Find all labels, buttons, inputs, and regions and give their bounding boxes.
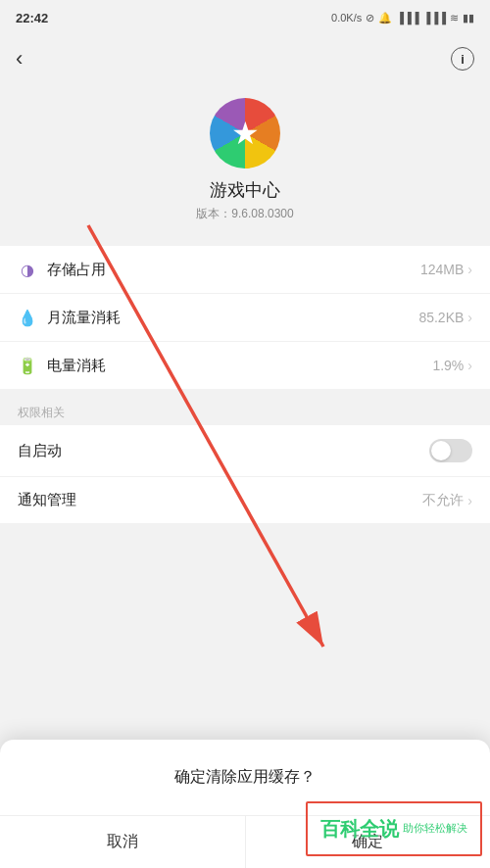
info-button[interactable]: i (451, 47, 474, 71)
storage-icon: ◑ (18, 260, 37, 279)
signal2-icon: ▐▐▐ (423, 12, 446, 24)
permissions-section-label: 权限相关 (0, 397, 490, 425)
traffic-label: 月流量消耗 (47, 309, 121, 327)
status-icons: 0.0K/s ⊘ 🔔 ▐▐▐ ▐▐▐ ≋ ▮▮ (331, 12, 474, 24)
notification-value: 不允许 (422, 492, 464, 509)
settings-section-usage: ◑ 存储占用 124MB › 💧 月流量消耗 85.2KB › 🔋 电量消耗 1… (0, 246, 490, 389)
network-speed: 0.0K/s (331, 12, 362, 24)
traffic-icon: 💧 (18, 308, 37, 327)
battery-label: 电量消耗 (47, 357, 106, 375)
app-icon: ★ (210, 98, 280, 169)
watermark-main: 百科全说 (320, 816, 399, 843)
watermark: 百科全说 助你轻松解决 (274, 780, 490, 868)
app-name: 游戏中心 (210, 178, 280, 202)
autostart-toggle[interactable] (429, 439, 472, 462)
traffic-item[interactable]: 💧 月流量消耗 85.2KB › (0, 294, 490, 342)
battery-icon: 🔋 (18, 356, 37, 375)
top-nav: ‹ i (0, 35, 490, 82)
signal-icon: ▐▐▐ (396, 12, 418, 24)
watermark-box: 百科全说 助你轻松解决 (306, 801, 482, 856)
autostart-label: 自启动 (18, 442, 62, 460)
chevron-icon: › (467, 262, 472, 277)
status-bar: 22:42 0.0K/s ⊘ 🔔 ▐▐▐ ▐▐▐ ≋ ▮▮ (0, 0, 490, 35)
storage-value: 124MB (420, 262, 464, 277)
storage-item[interactable]: ◑ 存储占用 124MB › (0, 246, 490, 294)
battery-status-icon: ▮▮ (463, 12, 474, 24)
back-button[interactable]: ‹ (16, 46, 23, 72)
app-header: ★ 游戏中心 版本：9.6.08.0300 (0, 82, 490, 246)
watermark-sub: 助你轻松解决 (403, 821, 467, 836)
autostart-item[interactable]: 自启动 (0, 425, 490, 477)
cancel-button[interactable]: 取消 (0, 816, 245, 868)
battery-item[interactable]: 🔋 电量消耗 1.9% › (0, 342, 490, 389)
app-version: 版本：9.6.08.0300 (196, 206, 293, 222)
notification-label: 通知管理 (18, 491, 76, 509)
battery-value: 1.9% (432, 358, 464, 373)
chevron-icon: › (467, 310, 472, 325)
screen-record-icon: ⊘ (366, 12, 374, 24)
wifi-icon: ≋ (450, 12, 459, 24)
settings-section-permissions: 自启动 通知管理 不允许 › (0, 425, 490, 523)
traffic-value: 85.2KB (418, 310, 464, 325)
notification-item[interactable]: 通知管理 不允许 › (0, 477, 490, 523)
notification-icon: 🔔 (378, 12, 392, 24)
chevron-icon: › (467, 493, 472, 508)
status-time: 22:42 (16, 11, 48, 25)
star-icon: ★ (231, 118, 260, 149)
storage-label: 存储占用 (47, 261, 106, 279)
chevron-icon: › (467, 358, 472, 373)
